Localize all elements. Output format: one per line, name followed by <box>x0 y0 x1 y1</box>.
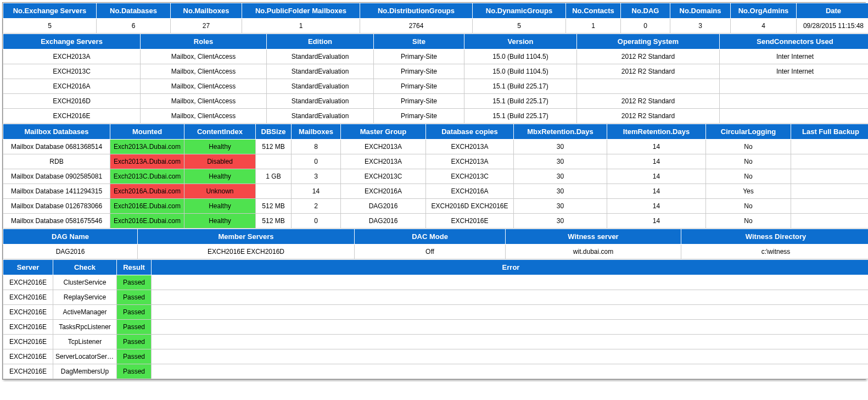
server-cell: 2012 R2 Standard <box>577 64 720 79</box>
checks-header-1: Check <box>53 260 117 275</box>
table-row: EXCH2016EClusterServicePassed <box>3 275 869 290</box>
databases-header-0: Mailbox Databases <box>3 124 110 140</box>
table-row: EXCH2016EMailbox, ClientAccessStandardEv… <box>3 109 869 124</box>
table-row: EXCH2016EActiveManagerPassed <box>3 305 869 320</box>
table-row: EXCH2016ETasksRpcListenerPassed <box>3 320 869 335</box>
server-cell: EXCH2016E <box>3 109 141 124</box>
servers-header-4: Version <box>464 34 577 49</box>
database-cell: Yes <box>706 184 791 199</box>
server-cell <box>720 109 869 124</box>
checks-table: ServerCheckResultError EXCH2016EClusterS… <box>3 259 868 379</box>
summary-value-3: 1 <box>242 19 360 34</box>
server-cell: EXCH2013A <box>3 49 141 64</box>
database-cell: No <box>706 140 791 154</box>
server-cell: 15.0 (Build 1104.5) <box>464 49 577 64</box>
database-cell: 512 MB <box>256 214 292 229</box>
server-cell: Primary-Site <box>374 94 464 109</box>
database-cell: EXCH2013A <box>341 154 426 169</box>
server-cell: StandardEvaluation <box>267 94 374 109</box>
summary-header-7: No.DAG <box>621 3 670 19</box>
databases-header-8: ItemRetention.Days <box>607 124 706 140</box>
server-cell: 15.1 (Build 225.17) <box>464 79 577 94</box>
summary-header-9: No.OrgAdmins <box>731 3 797 19</box>
database-cell: Healthy <box>184 214 256 229</box>
check-cell <box>152 320 869 335</box>
dag-value-0: DAG2016 <box>3 245 138 259</box>
check-cell: Passed <box>117 275 152 290</box>
server-cell: Inter Internet <box>720 49 869 64</box>
server-cell <box>720 79 869 94</box>
check-cell: ServerLocatorService <box>53 349 117 364</box>
database-cell <box>791 214 869 229</box>
table-row: Mailbox Database 0902585081Exch2013C.Dub… <box>3 169 869 184</box>
server-cell: 15.1 (Build 225.17) <box>464 109 577 124</box>
check-cell: EXCH2016E <box>3 335 53 349</box>
checks-header-3: Error <box>152 260 869 275</box>
database-cell: 30 <box>514 184 607 199</box>
dag-header-4: Witness Directory <box>681 229 869 245</box>
database-cell: 512 MB <box>256 140 292 154</box>
summary-value-1: 6 <box>97 19 171 34</box>
database-cell: 8 <box>292 140 341 154</box>
summary-header-3: No.PublicFolder Mailboxes <box>242 3 360 19</box>
check-cell: Passed <box>117 349 152 364</box>
dag-value-1: EXCH2016E EXCH2016D <box>138 245 355 259</box>
summary-header-1: No.Databases <box>97 3 171 19</box>
server-cell: Primary-Site <box>374 49 464 64</box>
summary-header-2: No.Mailboxes <box>171 3 242 19</box>
summary-value-5: 5 <box>473 19 566 34</box>
server-cell: 15.1 (Build 225.17) <box>464 94 577 109</box>
databases-header-6: Database copies <box>426 124 514 140</box>
server-cell: StandardEvaluation <box>267 64 374 79</box>
database-cell <box>791 199 869 214</box>
summary-value-0: 5 <box>3 19 97 34</box>
check-cell: EXCH2016E <box>3 320 53 335</box>
dag-value-4: c:\witness <box>681 245 869 259</box>
database-cell: EXCH2013A <box>341 140 426 154</box>
database-cell <box>791 169 869 184</box>
database-cell: 14 <box>292 184 341 199</box>
database-cell: No <box>706 154 791 169</box>
server-cell: EXCH2016D <box>3 94 141 109</box>
table-row: Mailbox Database 0581675546Exch2016E.Dub… <box>3 214 869 229</box>
database-cell: 14 <box>607 184 706 199</box>
server-cell: EXCH2016A <box>3 79 141 94</box>
database-cell <box>256 154 292 169</box>
checks-header-2: Result <box>117 260 152 275</box>
database-cell: Healthy <box>184 169 256 184</box>
summary-value-7: 0 <box>621 19 670 34</box>
database-cell: 30 <box>514 169 607 184</box>
summary-value-10: 09/28/2015 11:15:48 <box>797 19 869 34</box>
server-cell: Mailbox, ClientAccess <box>141 79 267 94</box>
database-cell: Mailbox Database 0902585081 <box>3 169 110 184</box>
database-cell <box>791 184 869 199</box>
server-cell: Primary-Site <box>374 79 464 94</box>
check-cell: Passed <box>117 364 152 379</box>
check-cell: TasksRpcListener <box>53 320 117 335</box>
database-cell: EXCH2013A <box>426 154 514 169</box>
database-cell <box>791 140 869 154</box>
server-cell: Mailbox, ClientAccess <box>141 49 267 64</box>
check-cell: ActiveManager <box>53 305 117 320</box>
summary-header-4: No.DistributionGroups <box>360 3 473 19</box>
database-cell: Mailbox Database 0126783066 <box>3 199 110 214</box>
databases-header-1: Mounted <box>110 124 184 140</box>
check-cell: Passed <box>117 335 152 349</box>
dag-header-1: Member Servers <box>138 229 355 245</box>
table-row: EXCH2016EReplayServicePassed <box>3 290 869 305</box>
check-cell: Passed <box>117 305 152 320</box>
check-cell: ReplayService <box>53 290 117 305</box>
databases-header-2: ContentIndex <box>184 124 256 140</box>
summary-value-8: 3 <box>670 19 731 34</box>
database-cell: Exch2016E.Dubai.com <box>110 214 184 229</box>
server-cell <box>720 94 869 109</box>
table-row: Mailbox Database 1411294315Exch2016A.Dub… <box>3 184 869 199</box>
database-cell: 30 <box>514 199 607 214</box>
table-row: RDBExch2013A.Dubai.comDisabled0EXCH2013A… <box>3 154 869 169</box>
summary-value-6: 1 <box>566 19 621 34</box>
dag-value-2: Off <box>355 245 506 259</box>
table-row: EXCH2016EServerLocatorServicePassed <box>3 349 869 364</box>
check-cell: EXCH2016E <box>3 275 53 290</box>
check-cell: EXCH2016E <box>3 290 53 305</box>
table-row: EXCH2013CMailbox, ClientAccessStandardEv… <box>3 64 869 79</box>
